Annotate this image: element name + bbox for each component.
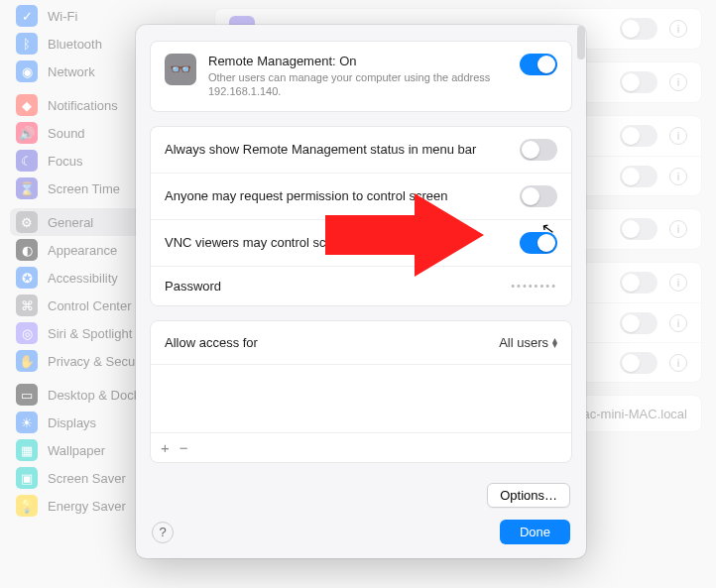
modal-scrollbar[interactable] (577, 26, 585, 59)
vnc-toggle[interactable] (520, 232, 557, 254)
done-button[interactable]: Done (500, 520, 570, 544)
row-statusbar: Always show Remote Management status in … (151, 127, 571, 173)
password-field[interactable]: •••••••• (511, 280, 557, 292)
remote-management-subtitle: Other users can manage your computer usi… (208, 70, 508, 99)
request-permission-toggle[interactable] (520, 185, 557, 207)
access-selector[interactable]: All users ▴▾ (499, 335, 557, 350)
binoculars-icon: 👓 (165, 54, 196, 85)
remote-management-title: Remote Management: On (208, 54, 508, 68)
help-button[interactable]: ? (152, 522, 174, 543)
chevron-updown-icon: ▴▾ (552, 337, 557, 347)
row-request-permission: Anyone may request permission to control… (151, 173, 571, 219)
add-user-button[interactable]: + (161, 439, 170, 456)
options-button[interactable]: Options… (487, 483, 570, 508)
row-vnc: VNC viewers may control screen with pass… (151, 219, 571, 266)
remove-user-button[interactable]: − (179, 439, 188, 456)
access-user-list (151, 364, 571, 433)
remote-management-header: 👓 Remote Management: On Other users can … (151, 42, 571, 111)
statusbar-toggle[interactable] (520, 139, 557, 161)
row-password: Password •••••••• (151, 266, 571, 305)
remote-management-modal: 👓 Remote Management: On Other users can … (136, 25, 586, 558)
access-card: Allow access for All users ▴▾ + − (150, 320, 572, 463)
remote-management-toggle[interactable] (520, 54, 557, 75)
